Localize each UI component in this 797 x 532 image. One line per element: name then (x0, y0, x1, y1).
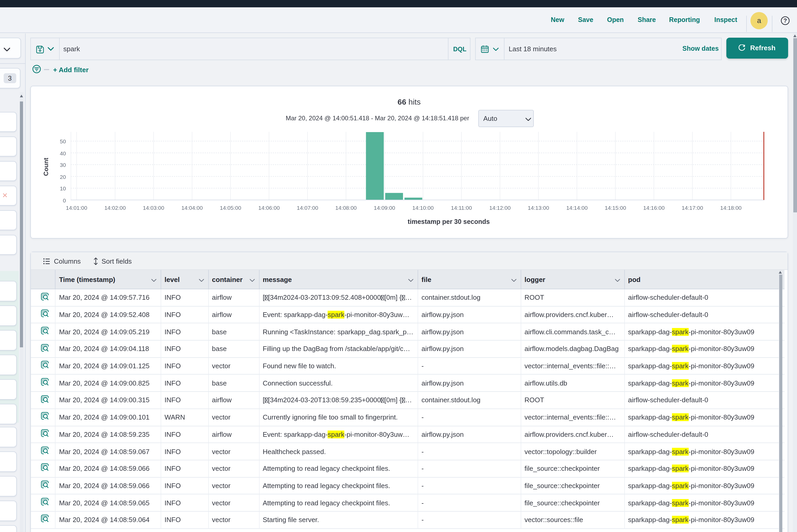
svg-text:?: ? (783, 17, 787, 24)
